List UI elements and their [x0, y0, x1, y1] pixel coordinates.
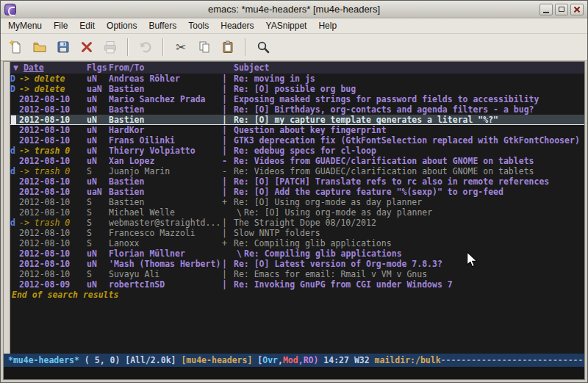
- subject-cell: GTK3 deprecation fix (GtkFontSelection r…: [234, 135, 584, 146]
- search-button[interactable]: [252, 37, 274, 57]
- subject-cell: Re: Compiling glib applications: [244, 248, 584, 259]
- new-file-button[interactable]: [5, 37, 27, 57]
- message-row[interactable]: 2012-08-10uaNBastien|Re: [O] Add the cap…: [10, 187, 584, 197]
- message-row[interactable]: 2012-08-09uNrobertcInSD|Re: Invoking Gnu…: [10, 279, 584, 290]
- message-row[interactable]: 2012-08-10SFrancesco Mazzoli|Slow NNTP f…: [10, 228, 584, 238]
- menu-item-tools[interactable]: Tools: [182, 18, 215, 33]
- cut-button[interactable]: ✂: [170, 37, 192, 57]
- close-button[interactable]: [570, 4, 584, 15]
- message-row[interactable]: 2012-08-10uNBastien|Re: [O] my capture t…: [10, 115, 584, 125]
- tool-bar: ✂: [1, 34, 587, 61]
- date-cell: 2012-08-10: [19, 228, 87, 238]
- from-cell: Suvayu Ali: [109, 269, 222, 279]
- date-cell: -> trash 0: [19, 166, 87, 176]
- date-cell: 2012-08-09: [19, 279, 87, 290]
- mark-cell: [10, 104, 19, 115]
- from-cell: Bastien: [109, 104, 222, 115]
- menu-item-headers[interactable]: Headers: [215, 18, 259, 33]
- message-row[interactable]: 2012-08-10uNMario Sanchez Prada|Exposing…: [10, 94, 584, 104]
- mark-cell: [10, 269, 19, 279]
- message-row[interactable]: D-> deleteuaNBastien|Re: [O] possible or…: [10, 84, 584, 94]
- message-row[interactable]: 2012-08-10SBastien+Re: [O] Using org-mod…: [10, 197, 584, 207]
- mark-cell: [10, 115, 19, 124]
- end-of-results-label: End of search results: [10, 290, 584, 300]
- flags-cell: S: [87, 238, 109, 248]
- message-row[interactable]: 2012-08-10uNHardKor|Question about key f…: [10, 125, 584, 135]
- menu-item-mymenu[interactable]: MyMenu: [2, 18, 48, 33]
- message-row[interactable]: 2012-08-10uNBastien|Re: [O] [PATCH] Tran…: [10, 176, 584, 187]
- modeline-segment: *mu4e-headers*: [8, 355, 79, 365]
- paste-icon: [220, 40, 235, 54]
- menu-item-edit[interactable]: Edit: [74, 18, 101, 33]
- from-cell: 'Mash (Thomas Herbert): [109, 259, 222, 269]
- from-cell: Michael Welle: [109, 207, 222, 218]
- undo-icon: [138, 40, 153, 54]
- save-buffer-button[interactable]: [52, 37, 74, 57]
- window-title: emacs: *mu4e-headers* [mu4e-headers]: [1, 4, 587, 15]
- date-cell: 2012-08-10: [19, 156, 87, 166]
- copy-button[interactable]: [193, 37, 215, 57]
- subject-cell: Re: [O] Latest version of Org-mode 7.8.3…: [234, 259, 584, 269]
- open-file-button[interactable]: [29, 37, 51, 57]
- column-header-subject[interactable]: Subject: [234, 62, 584, 73]
- mark-cell: [10, 125, 19, 135]
- menu-item-options[interactable]: Options: [101, 18, 143, 33]
- maximize-icon: [559, 7, 564, 12]
- subject-cell: Slow NNTP folders: [234, 228, 584, 238]
- scrollbar[interactable]: [4, 62, 10, 354]
- maximize-button[interactable]: [555, 4, 568, 15]
- message-row[interactable]: 2012-08-10uNXan Lopez-Re: Videos from GU…: [10, 156, 584, 166]
- menu-item-file[interactable]: File: [48, 18, 74, 33]
- message-row[interactable]: 2012-08-10uNBastien|Re: [O] Birthdays, o…: [10, 104, 584, 115]
- flags-cell: uN: [87, 248, 109, 259]
- subject-cell: Question about key fingerprint: [234, 125, 584, 135]
- menu-item-help[interactable]: Help: [312, 18, 343, 33]
- subject-cell: Re: edebug specs for cl-loop: [234, 146, 584, 156]
- mark-cell: d: [10, 146, 19, 156]
- undo-button[interactable]: [135, 37, 157, 57]
- menu-item-yasnippet[interactable]: YASnippet: [260, 18, 313, 33]
- flags-cell: uN: [87, 94, 109, 104]
- date-cell: 2012-08-10: [19, 115, 87, 124]
- thread-indicator: |: [222, 115, 234, 124]
- message-row[interactable]: 2012-08-10uNFlorian Müllner\Re: Compilin…: [10, 248, 584, 259]
- message-row[interactable]: d-> trash 0SJuanjo Marin-Re: Videos from…: [10, 166, 584, 176]
- thread-indicator: +: [222, 238, 234, 248]
- date-cell: 2012-08-10: [19, 197, 87, 207]
- cut-icon: ✂: [173, 40, 188, 54]
- message-row[interactable]: 2012-08-10SLanoxx+Re: Compiling glib app…: [10, 238, 584, 248]
- subject-cell: Re: Videos from GUADEC/clarification abo…: [234, 166, 584, 176]
- column-header-from[interactable]: From/To: [109, 62, 222, 73]
- message-row[interactable]: 2012-08-10uNFrans Oilinki|GTK3 deprecati…: [10, 135, 584, 146]
- subject-cell: Re: Videos from GUADEC/clarification abo…: [234, 156, 584, 166]
- message-row[interactable]: d-> trash 0uNThierry Volpiatto|Re: edebu…: [10, 146, 584, 156]
- modeline-segment: ----------------------------------------: [441, 355, 584, 365]
- from-cell: Mario Sanchez Prada: [109, 94, 222, 104]
- subject-cell: Re: [O] my capture template generates a …: [234, 115, 584, 124]
- message-row[interactable]: d-> trash 0Swebmaster@straightd...|The S…: [10, 218, 584, 228]
- mark-cell: [10, 135, 19, 146]
- print-buffer-button[interactable]: [99, 37, 121, 57]
- thread-indicator: |: [222, 218, 234, 228]
- flags-cell: uN: [87, 115, 109, 124]
- kill-buffer-button[interactable]: [76, 37, 98, 57]
- thread-indicator: +: [222, 197, 234, 207]
- minimize-button[interactable]: [539, 4, 553, 15]
- flags-cell: uN: [87, 74, 109, 84]
- column-header-flags[interactable]: Flgs: [87, 62, 109, 73]
- flags-cell: uN: [87, 135, 109, 146]
- menu-item-buffers[interactable]: Buffers: [143, 18, 182, 33]
- message-row[interactable]: 2012-08-10uN'Mash (Thomas Herbert)|Re: […: [10, 259, 584, 269]
- message-row[interactable]: 2012-08-10SMichael Welle\Re: [O] Using o…: [10, 207, 584, 218]
- title-bar[interactable]: emacs: *mu4e-headers* [mu4e-headers]: [1, 1, 587, 18]
- echo-area[interactable]: [4, 367, 584, 379]
- message-row[interactable]: 2012-08-10SSuvayu Ali|Re: Emacs for emai…: [10, 269, 584, 279]
- flags-cell: uN: [87, 176, 109, 187]
- message-row[interactable]: D-> deleteuNAndreas Röhler|Re: moving in…: [10, 74, 584, 84]
- from-cell: Lanoxx: [109, 238, 222, 248]
- column-header-date[interactable]: ▼ Date: [10, 62, 87, 73]
- thread-indicator: |: [222, 187, 234, 197]
- paste-button[interactable]: [217, 37, 239, 57]
- from-cell: Bastien: [109, 197, 222, 207]
- thread-indicator: |: [222, 135, 234, 146]
